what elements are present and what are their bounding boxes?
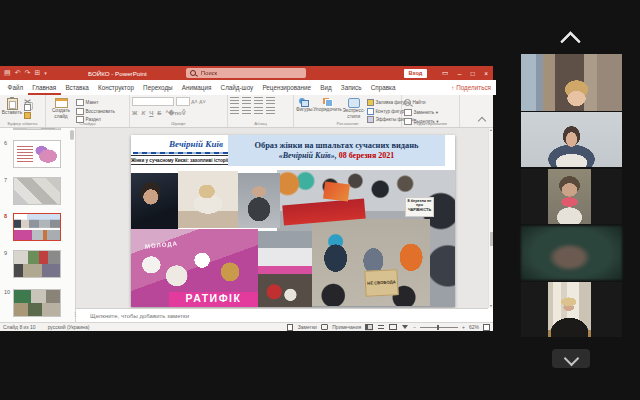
close-icon[interactable]: × xyxy=(484,70,488,77)
participant-video-3-feed xyxy=(548,169,591,224)
format-painter-icon[interactable] xyxy=(24,112,31,119)
zoom-slider[interactable] xyxy=(420,327,458,328)
redo-icon[interactable]: ↷ xyxy=(25,69,31,77)
slide-thumb-7[interactable] xyxy=(13,177,61,205)
slide-sorter-view-button[interactable] xyxy=(377,324,385,331)
powerpoint-window: ▤ ↶ ↷ ⊞ ▾ БОЙКО - PowerPoint Вход ▭ – □ … xyxy=(0,66,493,331)
save-icon[interactable]: ▤ xyxy=(4,69,11,77)
bold-button[interactable]: Ж xyxy=(132,110,137,116)
minimize-icon[interactable]: – xyxy=(458,70,462,77)
bullets-icon[interactable] xyxy=(230,97,239,104)
zoom-level[interactable]: 62% xyxy=(469,324,479,330)
justify-icon[interactable] xyxy=(266,107,275,114)
qat-customize-icon[interactable]: ▾ xyxy=(44,70,47,76)
comments-toggle[interactable]: Примечания xyxy=(321,324,361,330)
participant-video-5[interactable] xyxy=(521,282,622,337)
panel-scrollbar[interactable] xyxy=(70,130,74,140)
slide-scrollbar[interactable]: ▲ ▼ xyxy=(488,128,493,308)
scroll-up-arrow-icon[interactable]: ▲ xyxy=(489,128,493,132)
group-slides: Создать слайд Макет Восстановить Раздел … xyxy=(46,95,130,127)
notes-toggle[interactable]: Заметки xyxy=(287,324,317,331)
tab-transitions[interactable]: Переходы xyxy=(139,80,178,95)
find-button[interactable]: Найти xyxy=(404,99,439,106)
status-bar: Слайд 8 из 10 русский (Украина) Заметки … xyxy=(0,322,493,331)
cut-icon[interactable] xyxy=(24,99,30,103)
font-name-select[interactable] xyxy=(132,97,174,106)
tab-view[interactable]: Вид xyxy=(316,80,337,95)
search-input[interactable] xyxy=(199,69,293,77)
character-spacing-icon[interactable]: ᴬ�noVͮ xyxy=(165,109,185,116)
arrange-button[interactable]: Упорядочить xyxy=(315,97,341,119)
ribbon-display-options-icon[interactable]: ▭ xyxy=(442,69,448,77)
photo-collage: 8 березня не про ЧАРІВНІСТЬ МОЛОДА РАТИФ… xyxy=(131,166,455,307)
language-indicator[interactable]: русский (Украина) xyxy=(48,324,90,330)
strikethrough-button[interactable]: S xyxy=(157,110,161,116)
scroll-down-arrow-icon[interactable]: ▼ xyxy=(489,304,493,308)
slide-thumb-9[interactable] xyxy=(13,250,61,278)
participants-scroll-down-button[interactable] xyxy=(552,349,590,368)
tab-file[interactable]: Файл xyxy=(3,80,28,95)
group-clipboard: Вставить Буфер обмена xyxy=(0,95,46,127)
tab-design[interactable]: Конструктор xyxy=(93,80,138,95)
align-right-icon[interactable] xyxy=(254,107,263,114)
participant-video-1[interactable] xyxy=(521,54,622,111)
tab-record[interactable]: Запись xyxy=(336,80,366,95)
replace-button[interactable]: Заменить ▾ xyxy=(404,109,439,116)
font-size-select[interactable] xyxy=(176,97,190,106)
undo-icon[interactable]: ↶ xyxy=(15,69,21,77)
share-button[interactable]: ↑ Поделиться xyxy=(451,80,491,95)
line-spacing-icon[interactable] xyxy=(266,97,275,104)
ribbon: Вставить Буфер обмена Создать слайд Маке… xyxy=(0,95,493,128)
reading-view-button[interactable] xyxy=(389,324,397,331)
zoom-out-icon[interactable]: − xyxy=(413,324,416,330)
group-drawing: Фигуры Упорядочить Экспресс-стили Заливк… xyxy=(294,95,402,127)
participant-video-3[interactable] xyxy=(521,169,622,224)
slide-number: 7 xyxy=(4,177,7,183)
slide-thumb-partial[interactable] xyxy=(13,128,61,130)
slide-number: 10 xyxy=(4,289,10,295)
italic-button[interactable]: К xyxy=(141,110,145,116)
paste-icon xyxy=(7,98,18,110)
restore-icon[interactable]: □ xyxy=(471,70,475,77)
tab-review[interactable]: Рецензирование xyxy=(258,80,316,95)
slide-thumb-10[interactable] xyxy=(13,289,61,317)
tab-help[interactable]: Справка xyxy=(366,80,400,95)
new-slide-button[interactable]: Создать слайд xyxy=(48,97,74,119)
scrollbar-thumb[interactable] xyxy=(490,232,493,246)
collapse-ribbon-icon[interactable] xyxy=(478,117,486,125)
participant-video-4[interactable] xyxy=(521,226,622,280)
quick-styles-button[interactable]: Экспресс-стили xyxy=(343,97,365,119)
tab-insert[interactable]: Вставка xyxy=(61,80,94,95)
normal-view-button[interactable] xyxy=(365,324,373,331)
fit-to-window-icon[interactable] xyxy=(483,324,490,331)
zoom-in-icon[interactable]: + xyxy=(462,324,465,330)
participant-video-2[interactable] xyxy=(521,112,622,167)
align-center-icon[interactable] xyxy=(242,107,251,114)
comments-icon xyxy=(321,324,328,330)
grow-font-icon[interactable]: A˄ xyxy=(191,99,198,105)
copy-icon[interactable] xyxy=(24,104,31,111)
numbering-icon[interactable] xyxy=(242,97,251,104)
indent-icon[interactable] xyxy=(254,97,263,104)
notes-pane[interactable]: Щелкните, чтобы добавить заметки xyxy=(76,308,488,322)
slide-thumb-6[interactable] xyxy=(13,140,61,168)
reset-button[interactable]: Восстановить xyxy=(76,108,115,115)
paste-button[interactable]: Вставить xyxy=(2,97,22,119)
participants-scroll-up-icon[interactable] xyxy=(560,31,581,52)
layout-button[interactable]: Макет xyxy=(76,99,115,106)
photo-woman-writing xyxy=(178,171,238,228)
slide-thumb-8-selected[interactable] xyxy=(13,213,61,241)
align-left-icon[interactable] xyxy=(230,107,239,114)
tab-home[interactable]: Главная xyxy=(28,80,61,95)
search-box[interactable] xyxy=(186,68,306,78)
shapes-button[interactable]: Фигуры xyxy=(296,97,313,119)
tab-slideshow[interactable]: Слайд-шоу xyxy=(216,80,258,95)
shrink-font-icon[interactable]: A˅ xyxy=(199,99,206,105)
start-slideshow-icon[interactable]: ⊞ xyxy=(34,69,40,77)
underline-button[interactable]: Ч xyxy=(149,110,153,116)
current-slide-canvas[interactable]: Вечірній Київ Жінки у сучасному Києві: з… xyxy=(131,135,455,307)
slideshow-view-button[interactable] xyxy=(401,324,409,331)
sign-in-button[interactable]: Вход xyxy=(404,69,427,78)
zoom-slider-thumb[interactable] xyxy=(437,325,439,330)
tab-animations[interactable]: Анимация xyxy=(177,80,216,95)
